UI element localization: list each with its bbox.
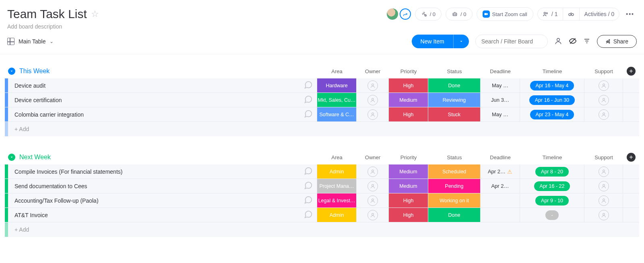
chat-icon[interactable] [304, 210, 313, 220]
person-icon[interactable] [599, 166, 609, 177]
status-cell[interactable]: Working on it [428, 193, 480, 208]
column-header[interactable]: Area [317, 66, 357, 76]
priority-cell[interactable]: Medium [389, 93, 428, 107]
person-icon[interactable] [367, 95, 378, 105]
item-name[interactable]: AT&T Invoice [14, 212, 48, 218]
chat-icon[interactable] [304, 181, 313, 191]
add-item-row[interactable]: + Add [5, 222, 639, 237]
area-cell[interactable]: Admin [317, 164, 356, 179]
chat-icon[interactable] [304, 166, 313, 177]
deadline-cell[interactable] [481, 193, 520, 208]
start-zoom-button[interactable]: Start Zoom call [477, 7, 533, 21]
timeline-pill[interactable]: Apr 8 - 20 [535, 167, 569, 177]
last-seen-button[interactable] [563, 8, 579, 20]
person-icon[interactable] [367, 210, 378, 220]
favorite-star-icon[interactable]: ☆ [91, 9, 99, 19]
person-icon[interactable] [599, 95, 609, 105]
timeline-pill[interactable]: - [545, 210, 558, 220]
person-icon[interactable] [599, 80, 609, 91]
integrations-button[interactable]: / 0 [415, 8, 442, 21]
table-row[interactable]: Compile Invoices (For financial statemen… [5, 164, 639, 179]
table-row[interactable]: AT&T InvoiceAdminHighDone- [5, 208, 639, 222]
person-icon[interactable] [367, 166, 378, 177]
sort-icon[interactable] [583, 37, 590, 46]
view-selector[interactable]: Main Table ⌄ [7, 38, 54, 45]
person-icon[interactable] [599, 181, 609, 191]
deadline-cell[interactable]: May … [481, 78, 520, 92]
table-row[interactable]: Colombia carrier integrationSoftware & C… [5, 107, 639, 122]
person-icon[interactable] [367, 181, 378, 191]
priority-cell[interactable]: High [389, 78, 428, 92]
item-name[interactable]: Device audit [14, 82, 45, 89]
timeline-pill[interactable]: Apr 9 - 10 [535, 196, 569, 205]
column-header[interactable]: Area [317, 152, 357, 162]
deadline-cell[interactable] [481, 208, 520, 222]
add-item-label[interactable]: + Add [8, 222, 299, 237]
deadline-cell[interactable]: May … [481, 107, 520, 121]
column-header[interactable]: Owner [357, 152, 389, 162]
area-cell[interactable]: Legal & Invest… [317, 193, 356, 208]
area-cell[interactable]: Mkt, Sales, Cu… [317, 93, 356, 107]
chat-icon[interactable] [304, 80, 313, 90]
priority-cell[interactable]: High [389, 208, 428, 222]
table-row[interactable]: Device certificationMkt, Sales, Cu…Mediu… [5, 93, 639, 107]
column-header[interactable]: Support [584, 152, 623, 162]
area-cell[interactable]: Software & C… [317, 107, 356, 121]
item-name[interactable]: Compile Invoices (For financial statemen… [14, 168, 122, 175]
new-item-button[interactable]: New Item [412, 35, 469, 48]
more-menu-icon[interactable]: ••• [623, 8, 637, 20]
timeline-pill[interactable]: Apr 16 - Jun 30 [529, 95, 575, 105]
activities-button[interactable]: Activities / 0 [579, 8, 619, 20]
person-icon[interactable] [599, 195, 609, 206]
column-header[interactable]: Deadline [481, 66, 520, 76]
avatar[interactable] [387, 8, 398, 20]
column-header[interactable]: Priority [389, 66, 428, 76]
status-cell[interactable]: Done [428, 78, 480, 92]
table-row[interactable]: Accounting/Tax Follow-up (Paola)Legal & … [5, 193, 639, 208]
person-icon[interactable] [367, 80, 378, 91]
priority-cell[interactable]: Medium [389, 164, 428, 179]
item-name[interactable]: Send documentation to Cees [14, 183, 87, 189]
person-icon[interactable] [599, 109, 609, 120]
add-column-icon[interactable]: + [627, 67, 636, 76]
column-header[interactable]: Owner [357, 66, 389, 76]
area-cell[interactable]: Hardware [317, 78, 356, 92]
deadline-cell[interactable]: Apr 2… [481, 179, 520, 193]
new-item-dropdown[interactable] [453, 35, 469, 48]
status-cell[interactable]: Stuck [428, 107, 480, 121]
hide-columns-icon[interactable] [569, 37, 577, 46]
chat-icon[interactable] [304, 195, 313, 205]
add-item-row[interactable]: + Add [5, 122, 639, 136]
timeline-pill[interactable]: Apr 23 - May 4 [530, 110, 574, 119]
board-description[interactable]: Add board description [7, 23, 99, 30]
collapse-toggle-icon[interactable] [8, 154, 15, 161]
person-icon[interactable] [367, 109, 378, 120]
status-cell[interactable]: Scheduled [428, 164, 480, 179]
item-name[interactable]: Colombia carrier integration [14, 111, 84, 118]
column-header[interactable]: Support [584, 66, 623, 76]
automations-button[interactable]: / 0 [446, 8, 472, 21]
group-title[interactable]: This Week [19, 68, 50, 75]
priority-cell[interactable]: High [389, 193, 428, 208]
person-icon[interactable] [367, 195, 378, 206]
search-input[interactable] [475, 35, 548, 48]
table-row[interactable]: Device auditHardwareHighDoneMay …Apr 16 … [5, 78, 639, 93]
deadline-cell[interactable]: Apr 2…⚠ [481, 164, 520, 179]
add-column-icon[interactable]: + [627, 153, 636, 162]
column-header[interactable]: Priority [389, 152, 428, 162]
deadline-cell[interactable]: Jun 3… [481, 93, 520, 107]
person-filter-icon[interactable] [554, 37, 562, 46]
status-cell[interactable]: Pending [428, 179, 480, 193]
column-header[interactable]: Status [428, 66, 481, 76]
person-icon[interactable] [599, 210, 609, 220]
chat-icon[interactable] [304, 109, 313, 119]
area-cell[interactable]: Project Mana… [317, 179, 356, 193]
group-title[interactable]: Next Week [19, 154, 51, 161]
members-button[interactable]: / 1 [538, 8, 563, 20]
column-header[interactable]: Status [428, 152, 481, 162]
column-header[interactable]: Timeline [520, 66, 584, 76]
status-cell[interactable]: Reviewing [428, 93, 480, 107]
item-name[interactable]: Device certification [14, 97, 62, 103]
priority-cell[interactable]: High [389, 107, 428, 121]
timeline-pill[interactable]: Apr 16 - 22 [534, 181, 570, 191]
